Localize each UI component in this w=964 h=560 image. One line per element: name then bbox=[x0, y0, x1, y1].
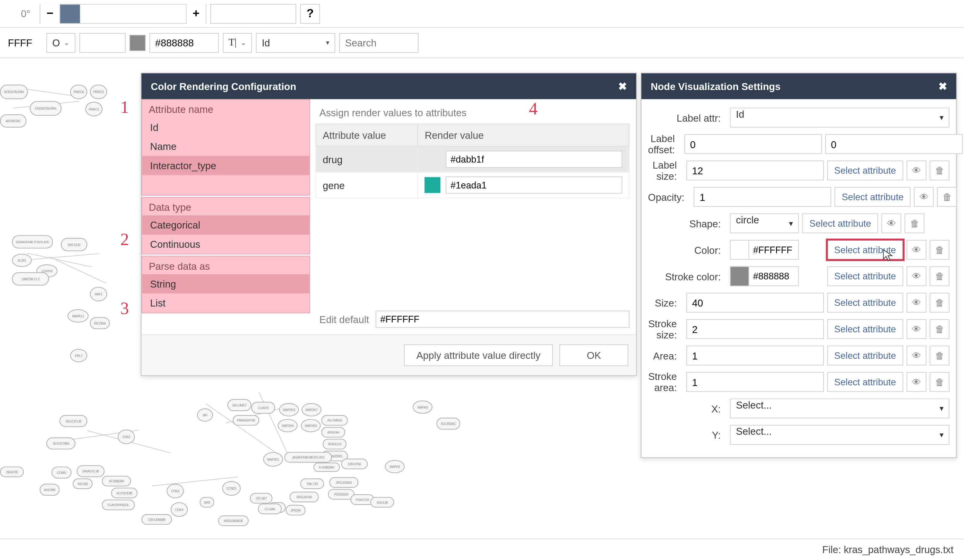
eye-off-icon[interactable]: 👁 bbox=[907, 319, 927, 339]
ok-button[interactable]: OK bbox=[560, 344, 629, 366]
zoom-in-button[interactable]: + bbox=[186, 3, 206, 23]
eye-off-icon[interactable]: 👁 bbox=[914, 187, 934, 207]
node[interactable]: ALVOCIDIB bbox=[111, 488, 138, 498]
close-icon[interactable]: ✖ bbox=[938, 80, 947, 93]
render-hex-input[interactable] bbox=[446, 177, 622, 193]
render-hex-input[interactable] bbox=[446, 151, 622, 168]
area-input[interactable] bbox=[686, 346, 824, 365]
select-attribute-button[interactable]: Select attribute bbox=[802, 213, 878, 233]
label-size-input[interactable] bbox=[686, 161, 824, 180]
node[interactable]: MSD19636DE bbox=[218, 515, 249, 526]
node[interactable]: PIMASERTIB bbox=[233, 415, 259, 425]
color-swatch[interactable] bbox=[730, 240, 748, 260]
shape-selector[interactable]: O ⌄ bbox=[46, 33, 75, 53]
label-offset-y[interactable] bbox=[825, 134, 962, 154]
node[interactable]: ENZASTAURIN bbox=[30, 101, 62, 115]
node[interactable]: CDK6 bbox=[166, 484, 184, 498]
select-attribute-button[interactable]: Select attribute bbox=[827, 266, 903, 286]
field-selector[interactable]: Id ▾ bbox=[256, 33, 335, 53]
eye-off-icon[interactable]: 👁 bbox=[907, 240, 927, 260]
node[interactable]: NFI bbox=[197, 409, 213, 422]
node[interactable]: SCH727965 bbox=[46, 437, 76, 450]
node[interactable]: NS-030 bbox=[73, 479, 93, 489]
node[interactable]: CIB 5336086 bbox=[142, 514, 172, 525]
node[interactable]: RICORA bbox=[90, 317, 110, 330]
node[interactable]: FLAVOPIRIDOL bbox=[102, 500, 135, 510]
search-input[interactable] bbox=[339, 33, 418, 53]
node[interactable]: AT1890394 bbox=[102, 476, 131, 486]
stroke-size-input[interactable] bbox=[686, 319, 824, 339]
table-row[interactable]: drug bbox=[316, 146, 629, 172]
eye-off-icon[interactable]: 👁 bbox=[907, 161, 927, 180]
edit-default-input[interactable] bbox=[376, 311, 630, 328]
node[interactable]: PRKCD bbox=[90, 84, 107, 99]
node[interactable]: DINACICLIB bbox=[77, 465, 104, 477]
node[interactable]: CI-1040 bbox=[258, 504, 282, 514]
node[interactable]: ERL2 bbox=[70, 349, 87, 362]
fill-color-hex[interactable] bbox=[3, 33, 42, 53]
node[interactable]: MAP2K1 bbox=[263, 452, 283, 466]
trash-icon[interactable]: 🗑 bbox=[930, 372, 949, 392]
node[interactable]: RDEA119 bbox=[322, 439, 347, 449]
node[interactable]: TAK-733 bbox=[300, 479, 324, 489]
node[interactable]: JASAFENIB MESYLATE bbox=[284, 452, 332, 463]
node[interactable]: 1096708-71-2 bbox=[12, 272, 49, 286]
select-attribute-button[interactable]: Select attribute bbox=[827, 161, 903, 180]
node[interactable]: MAP2K3 bbox=[279, 403, 299, 416]
node[interactable]: AHC980 bbox=[40, 484, 60, 496]
trash-icon[interactable]: 🗑 bbox=[905, 213, 925, 233]
toolbar2-input-a[interactable] bbox=[79, 33, 125, 53]
y-select[interactable]: Select... bbox=[730, 425, 949, 445]
select-attribute-button[interactable]: Select attribute bbox=[827, 372, 903, 392]
attr-item-id[interactable]: Id bbox=[142, 118, 309, 137]
parse-string[interactable]: String bbox=[142, 274, 309, 294]
node[interactable]: SOLILIB bbox=[370, 497, 394, 508]
node[interactable]: ISERTIB bbox=[0, 467, 24, 477]
x-select[interactable]: Select... bbox=[730, 399, 949, 419]
node[interactable]: PRKCZ bbox=[85, 102, 103, 116]
parse-list[interactable]: List bbox=[142, 294, 309, 313]
node[interactable]: SELICICLIB bbox=[60, 415, 87, 427]
eye-off-icon[interactable]: 👁 bbox=[907, 346, 927, 365]
stroke-color-hex-input[interactable] bbox=[749, 266, 799, 286]
stroke-area-input[interactable] bbox=[686, 372, 824, 392]
node[interactable]: RAF1 bbox=[90, 287, 107, 301]
apply-attribute-button[interactable]: Apply attribute value directly bbox=[404, 344, 553, 366]
node[interactable]: E86-9766 bbox=[341, 459, 368, 469]
stroke-hex-input[interactable] bbox=[149, 33, 218, 53]
node[interactable]: AFFINITAC bbox=[0, 114, 26, 128]
node[interactable]: PRKCA bbox=[70, 84, 87, 99]
eye-off-icon[interactable]: 👁 bbox=[907, 372, 927, 392]
trash-icon[interactable]: 🗑 bbox=[930, 319, 949, 339]
node[interactable]: SELUMET bbox=[228, 399, 251, 411]
color-swatch[interactable] bbox=[425, 151, 441, 167]
node[interactable]: AID624H bbox=[321, 427, 345, 437]
text-tool[interactable]: T| ⌄ bbox=[223, 33, 252, 53]
node[interactable]: R05126766 bbox=[290, 492, 319, 502]
close-icon[interactable]: ✖ bbox=[618, 80, 627, 93]
node[interactable]: MX5 bbox=[200, 497, 214, 508]
node[interactable]: K-K48099H bbox=[313, 463, 340, 472]
size-input[interactable] bbox=[686, 293, 824, 313]
eye-off-icon[interactable]: 👁 bbox=[882, 213, 902, 233]
toolbar1-empty-input[interactable] bbox=[210, 3, 296, 23]
rotation-input[interactable] bbox=[3, 3, 36, 23]
node[interactable]: AS-703026 bbox=[321, 415, 348, 425]
node[interactable]: MAP2K6 bbox=[301, 419, 321, 432]
zoom-slider[interactable] bbox=[60, 4, 186, 23]
stroke-swatch[interactable] bbox=[129, 35, 145, 50]
attr-item-name[interactable]: Name bbox=[142, 137, 309, 156]
eye-off-icon[interactable]: 👁 bbox=[907, 266, 927, 286]
node[interactable]: CI-0979 bbox=[251, 402, 275, 414]
opacity-input[interactable] bbox=[694, 187, 832, 207]
node[interactable]: CDK2 bbox=[118, 430, 135, 444]
trash-icon[interactable]: 🗑 bbox=[930, 266, 949, 286]
datatype-continuous[interactable]: Continuous bbox=[142, 235, 309, 254]
table-row[interactable]: gene bbox=[316, 172, 629, 198]
label-offset-x[interactable] bbox=[684, 134, 822, 154]
node[interactable]: CONEI bbox=[52, 467, 72, 479]
node[interactable]: MAPK11 bbox=[67, 309, 89, 323]
node[interactable]: XL281 bbox=[12, 254, 32, 267]
help-button[interactable]: ? bbox=[300, 3, 320, 23]
node[interactable]: CIC-067 bbox=[250, 493, 273, 503]
